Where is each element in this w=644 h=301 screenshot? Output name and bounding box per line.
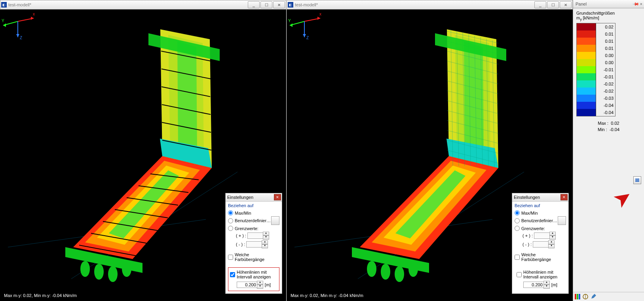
settings-title[interactable]: Einstellungen ✕ (512, 193, 568, 202)
balance-icon[interactable] (583, 294, 588, 299)
svg-text:Y: Y (288, 19, 291, 23)
limit-minus-input[interactable] (246, 241, 262, 248)
svg-text:Y: Y (2, 19, 4, 23)
axis-triad: x Y Z (0, 10, 36, 41)
close-button[interactable]: ✕ (273, 1, 285, 8)
spin-down[interactable]: ▼ (262, 244, 268, 248)
spin-down[interactable]: ▼ (257, 285, 263, 289)
legend-stats: Max : 0.02 Min : -0.04 (576, 120, 641, 133)
radio-custom[interactable] (515, 218, 520, 223)
spin-up[interactable]: ▲ (257, 281, 263, 285)
svg-point-26 (94, 264, 104, 280)
checkbox-smooth[interactable] (515, 255, 520, 260)
left-3d-viewport[interactable]: x Y Z Max m-y: 0.02, Min m-y: -0.04 kNm/… (0, 10, 286, 301)
svg-marker-80 (303, 34, 306, 37)
settings-title[interactable]: Einstellungen ✕ (226, 193, 282, 202)
maximize-button[interactable]: ☐ (260, 1, 272, 8)
legend-row: -0.04 (577, 109, 615, 116)
opt-limits-row[interactable]: Grenzwerte: (228, 226, 279, 231)
panel-options-button[interactable] (633, 176, 641, 184)
radio-maxmin[interactable] (515, 210, 520, 215)
iso-unit-label: [m] (265, 282, 271, 287)
legend-row: -0.04 (577, 102, 615, 109)
svg-point-27 (108, 266, 118, 282)
pin-icon[interactable]: 📌 (632, 0, 639, 8)
left-status-text: Max m-y: 0.02, Min m-y: -0.04 kNm/m (4, 293, 77, 298)
panel-bottom-toolbar (573, 292, 644, 301)
left-window-title: test-modell* (8, 2, 247, 7)
svg-marker-78 (290, 23, 293, 27)
svg-marker-30 (31, 17, 34, 20)
legend-row: -0.01 (577, 73, 615, 80)
svg-marker-76 (317, 17, 320, 20)
legend-scale: 0.020.010.010.010.000.00-0.01-0.01-0.02-… (576, 23, 616, 116)
smooth-row[interactable]: Weiche Farbübergänge (515, 252, 566, 262)
panel-close-icon[interactable]: × (640, 2, 642, 6)
opt-custom-row[interactable]: Benutzerdefinierte.. (515, 216, 566, 225)
svg-point-28 (122, 261, 131, 277)
legend-row: 0.01 (577, 30, 615, 38)
checkbox-isolines[interactable] (517, 272, 522, 277)
legend-row: -0.02 (577, 88, 615, 95)
palette-icon[interactable] (575, 294, 580, 299)
svg-point-25 (80, 261, 90, 277)
checkbox-isolines[interactable] (230, 272, 235, 277)
svg-text:Z: Z (20, 36, 22, 40)
panel-titlebar[interactable]: Panel 📌 × (573, 0, 644, 8)
settings-group-header: Beziehen auf (512, 202, 568, 209)
maximize-button[interactable]: ☐ (547, 1, 559, 8)
svg-rect-89 (579, 294, 580, 299)
settings-close-button[interactable]: ✕ (560, 194, 568, 200)
opt-maxmin-row[interactable]: Max/Min (228, 210, 279, 215)
spin-up[interactable]: ▲ (262, 240, 268, 244)
spin-up[interactable]: ▲ (263, 232, 269, 236)
iso-value-row: ▲▼ [m] (230, 281, 277, 289)
limit-plus-input[interactable] (247, 232, 263, 239)
checkbox-smooth[interactable] (228, 255, 233, 260)
minimize-button[interactable]: ⎯ (248, 1, 260, 8)
custom-picker-button[interactable] (558, 216, 566, 225)
opt-custom-row[interactable]: Benutzerdefinierte.. (228, 216, 279, 225)
settings-dialog-left: Einstellungen ✕ Beziehen auf Max/Min Ben… (225, 193, 282, 294)
iso-value-input[interactable] (523, 282, 544, 288)
spin-down[interactable]: ▼ (263, 236, 269, 240)
minimize-button[interactable]: ⎯ (534, 1, 546, 8)
svg-point-71 (367, 261, 376, 277)
svg-rect-87 (575, 294, 576, 299)
iso-value-input[interactable] (237, 282, 257, 288)
app-icon: ◧ (1, 2, 7, 8)
svg-point-72 (381, 264, 390, 280)
isolines-row[interactable]: Höhenlinien mit Intervall anzeigen (230, 270, 277, 279)
right-window-title: test-modell* (295, 2, 534, 7)
svg-marker-92 (591, 294, 596, 299)
close-button[interactable]: ✕ (560, 1, 572, 8)
right-window-titlebar: ◧ test-modell* ⎯ ☐ ✕ (287, 0, 573, 10)
limit-plus-input[interactable] (534, 232, 550, 239)
radio-limits[interactable] (228, 226, 233, 231)
svg-marker-46 (464, 41, 484, 154)
opt-maxmin-row[interactable]: Max/Min (515, 210, 566, 215)
opt-limits-row[interactable]: Grenzwerte: (515, 226, 566, 231)
settings-group-header: Beziehen auf (226, 202, 282, 209)
settings-close-button[interactable]: ✕ (274, 194, 281, 200)
settings-dialog-right: Einstellungen ✕ Beziehen auf Max/Min Ben… (512, 193, 569, 294)
edit-icon[interactable] (591, 294, 596, 299)
limit-plus-row: ( + ) : ▲▼ (228, 232, 279, 240)
isolines-row[interactable]: Höhenlinien mit Intervall anzeigen (517, 270, 564, 279)
legend: Grundschnittgrößen my [kNm/m] 0.020.010.… (573, 8, 644, 135)
limit-minus-input[interactable] (533, 241, 549, 248)
radio-limits[interactable] (515, 226, 520, 231)
right-3d-viewport[interactable]: xYZ Max m-y: 0.02, Min m-y: -0.04 kNm/m … (287, 10, 573, 301)
legend-row: 0.01 (577, 45, 615, 52)
radio-maxmin[interactable] (228, 210, 233, 215)
panel-title: Panel (576, 2, 587, 6)
radio-custom[interactable] (228, 218, 233, 223)
smooth-row[interactable]: Weiche Farbübergänge (228, 252, 279, 262)
left-window-titlebar: ◧ test-modell* ⎯ ☐ ✕ (0, 0, 286, 10)
legend-row: -0.02 (577, 80, 615, 88)
custom-picker-button[interactable] (271, 216, 279, 225)
right-status-text: Max m-y: 0.02, Min m-y: -0.04 kNm/m (291, 293, 363, 298)
legend-row: 0.02 (577, 23, 615, 30)
svg-text:x: x (319, 12, 321, 16)
svg-marker-15 (177, 41, 197, 154)
